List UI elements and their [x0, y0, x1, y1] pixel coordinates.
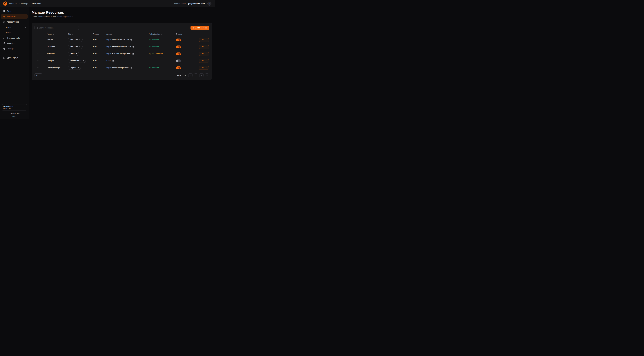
next-page-button[interactable] [199, 74, 204, 77]
site-link[interactable]: Home Lab [68, 38, 82, 42]
sidebar-item-sites[interactable]: Sites [1, 9, 28, 14]
row-menu-button[interactable] [36, 59, 40, 62]
copy-icon[interactable] [112, 60, 114, 62]
enabled-toggle[interactable] [176, 52, 181, 55]
breadcrumb-home-lab[interactable]: home-lab [9, 2, 17, 5]
site-link[interactable]: Office [68, 52, 79, 56]
shareable-links-icon [3, 37, 5, 39]
site-name: Edge 01 [70, 67, 76, 69]
external-arrow-icon [76, 53, 77, 55]
sidebar-item-users[interactable]: Users [1, 25, 28, 30]
access-url: https://immich.example.com [106, 39, 129, 41]
app-logo-icon[interactable] [3, 2, 8, 6]
row-menu-button[interactable] [36, 52, 40, 56]
access-control-icon [3, 21, 5, 23]
sort-icon [160, 33, 162, 35]
row-menu-button[interactable] [36, 66, 40, 70]
auth-label: Protected [152, 39, 159, 41]
page-size-select[interactable]: 20 [34, 74, 42, 77]
external-arrow-icon [82, 60, 84, 62]
breadcrumb-separator-icon [29, 3, 31, 4]
shield-check-icon [149, 46, 151, 48]
breadcrumb-settings[interactable]: settings [21, 2, 28, 5]
chevron-left-icon [195, 74, 197, 76]
auth-label: - [149, 60, 150, 62]
sidebar-item-roles[interactable]: Roles [1, 30, 28, 35]
resources-card: Add Resource Name Site Protocol Acce [32, 23, 212, 80]
last-page-button[interactable] [205, 74, 209, 77]
table-row: Immich Home Lab TCP https://immich.examp… [34, 36, 209, 43]
edit-button[interactable]: Edit [199, 66, 209, 70]
copy-icon[interactable] [132, 52, 134, 55]
resource-protocol: TCP [93, 53, 106, 55]
sidebar-item-settings[interactable]: Settings [1, 46, 28, 51]
organization-selector[interactable]: Organization Home Lab [2, 104, 27, 110]
edit-button[interactable]: Edit [199, 52, 209, 56]
column-header-protocol: Protocol [93, 33, 106, 35]
resource-protocol: TCP [93, 46, 106, 48]
first-page-button[interactable] [188, 74, 192, 77]
sidebar-item-shareable-links[interactable]: Shareable Links [1, 36, 28, 40]
auth-status: Not Protected [149, 52, 163, 55]
ellipsis-icon [37, 66, 39, 69]
chevron-right-icon [24, 26, 26, 28]
copy-icon[interactable] [130, 39, 132, 41]
breadcrumb-separator-icon [18, 3, 20, 4]
sidebar-item-access-control[interactable]: Access Control [1, 20, 28, 24]
sidebar-item-server-admin[interactable]: Server Admin [1, 56, 28, 60]
breadcrumb: home-lab settings resources [9, 2, 41, 5]
documentation-link[interactable]: Documentation [173, 2, 186, 5]
copy-icon[interactable] [130, 66, 132, 69]
site-link[interactable]: Second Office [68, 59, 86, 63]
sidebar-item-api-keys[interactable]: API Keys [1, 41, 28, 46]
column-header-authentication[interactable]: Authentication [149, 33, 176, 35]
table-row: Battery Manager Edge 01 TCP https://batt… [34, 64, 209, 71]
site-name: Home Lab [70, 46, 78, 48]
sites-icon [3, 10, 5, 12]
edit-button[interactable]: Edit [199, 59, 209, 63]
edit-button[interactable]: Edit [199, 45, 209, 49]
auth-status: Protected [149, 46, 159, 48]
resource-name: Battery Manager [47, 67, 68, 69]
search-input[interactable] [34, 26, 79, 30]
enabled-toggle[interactable] [176, 66, 181, 69]
copy-icon[interactable] [132, 46, 134, 48]
arrow-right-icon [205, 67, 207, 69]
arrow-right-icon [205, 39, 207, 41]
sidebar-item-label: Roles [6, 32, 11, 34]
organization-value: Home Lab [3, 108, 13, 110]
row-menu-button[interactable] [36, 45, 40, 48]
sort-icon [52, 33, 54, 35]
site-link[interactable]: Home Lab [68, 45, 82, 49]
user-email[interactable]: joe@example.com [188, 2, 205, 5]
sidebar-item-label: Access Control [7, 21, 19, 23]
enabled-toggle[interactable] [176, 38, 181, 41]
sidebar-item-label: Server Admin [7, 57, 18, 59]
enabled-toggle[interactable] [176, 60, 181, 62]
sidebar-item-label: Sites [7, 10, 11, 12]
edit-button[interactable]: Edit [199, 38, 209, 42]
shield-check-icon [149, 66, 151, 68]
column-header-site[interactable]: Site [68, 33, 93, 35]
version-label: v1.3.0 [2, 116, 27, 117]
table-row: Bitwarden Home Lab TCP https://bitwarden… [34, 43, 209, 50]
arrow-right-icon [205, 53, 207, 55]
previous-page-button[interactable] [194, 74, 198, 77]
external-link-icon [18, 113, 20, 114]
site-name: Office [70, 53, 75, 55]
external-arrow-icon [77, 67, 79, 68]
external-arrow-icon [79, 39, 81, 41]
site-link[interactable]: Edge 01 [68, 66, 81, 70]
add-resource-button[interactable]: Add Resource [190, 26, 209, 30]
enabled-toggle[interactable] [176, 46, 181, 48]
sidebar-item-resources[interactable]: Resources [1, 14, 28, 19]
column-header-name[interactable]: Name [47, 33, 68, 35]
access-url: https://authentik.example.com [106, 53, 130, 55]
open-source-link[interactable]: Open Source [2, 113, 27, 114]
sidebar-item-label: Settings [7, 48, 14, 50]
sort-icon [72, 33, 73, 35]
plus-icon [192, 27, 194, 29]
table-body: Immich Home Lab TCP https://immich.examp… [34, 36, 209, 71]
row-menu-button[interactable] [36, 38, 40, 42]
avatar[interactable]: J [208, 2, 212, 6]
